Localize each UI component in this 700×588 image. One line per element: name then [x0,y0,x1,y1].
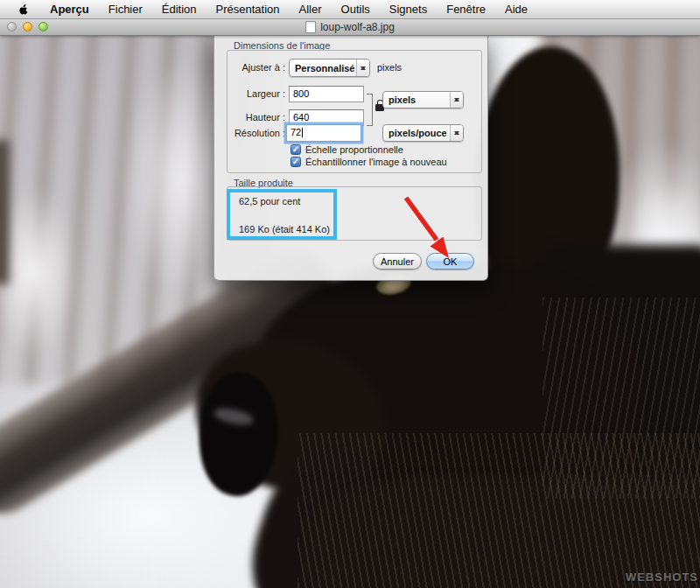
screen: Aperçu Fichier Édition Présentation Alle… [0,0,700,588]
menu-aide[interactable]: Aide [495,3,537,16]
stepper-icon [450,92,463,108]
menu-bar: Aperçu Fichier Édition Présentation Alle… [0,0,700,19]
menu-presentation[interactable]: Présentation [206,3,290,16]
cancel-button[interactable]: Annuler [373,253,422,270]
menu-aller[interactable]: Aller [290,3,332,16]
resolution-field[interactable]: 72 [286,124,361,142]
link-bracket [367,94,373,126]
width-label: Largeur : [219,88,285,99]
fur-texture-right [542,298,700,499]
fit-label: Ajuster à : [219,62,285,73]
checkbox-checked-icon[interactable]: ✓ [290,157,301,167]
window-title: loup-wolf-a8.jpg [320,21,395,33]
menu-outils[interactable]: Outils [332,3,380,16]
fit-popup[interactable]: Personnalisé [289,59,370,77]
stepper-icon [356,60,369,76]
fit-popup-value: Personnalisé [290,63,356,74]
menu-fenetre[interactable]: Fenêtre [437,3,495,16]
resample-image-checkbox-row[interactable]: ✓ Échantillonner l'image à nouveau [290,157,447,167]
height-label: Hauteur : [219,112,285,122]
window-title-bar: loup-wolf-a8.jpg [0,19,700,36]
fit-suffix: pixels [377,62,402,73]
menu-apercu[interactable]: Aperçu [40,3,99,16]
ok-button[interactable]: OK [426,253,474,270]
apple-icon [18,3,30,16]
watermark: WEBSHOTS [626,570,698,584]
unit-popup[interactable]: pixels [382,91,464,108]
stepper-icon [450,125,463,141]
tree-trunk-edge [0,140,9,284]
minimize-button[interactable] [23,22,32,32]
proportional-scale-checkbox-row[interactable]: ✓ Échelle proportionnelle [290,144,403,155]
image-dimensions-dialog: Dimensions de l'image Ajuster à : Person… [214,35,488,281]
unit-popup-value: pixels [383,94,450,105]
menu-fichier[interactable]: Fichier [99,3,152,16]
menu-signets[interactable]: Signets [380,3,437,16]
width-field[interactable]: 800 [289,86,364,102]
checkbox-checked-icon[interactable]: ✓ [290,144,301,155]
highlight-annotation-box [227,189,337,240]
document-icon [305,21,316,33]
resolution-unit-value: pixels/pouce [383,128,450,138]
resample-image-label: Échantillonner l'image à nouveau [305,157,447,167]
menu-edition[interactable]: Édition [152,3,206,16]
proportional-scale-label: Échelle proportionnelle [305,144,403,155]
resolution-unit-popup[interactable]: pixels/pouce [382,124,464,142]
text-caret [302,128,303,137]
resolution-label: Résolution : [219,128,285,138]
close-button[interactable] [7,22,17,32]
zoom-button[interactable] [38,22,48,32]
apple-menu[interactable] [10,3,40,16]
